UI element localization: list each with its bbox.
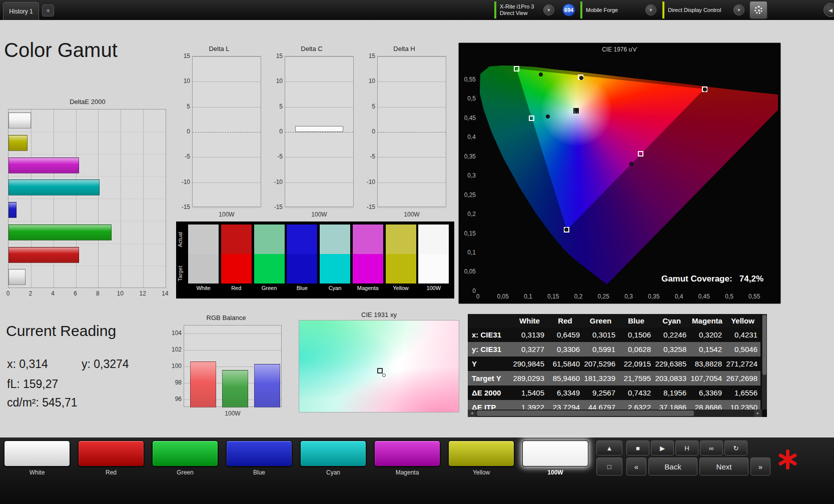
scrollbar-track[interactable] (476, 410, 754, 417)
source-name: Mobile Forge (586, 7, 618, 14)
play-button[interactable]: ▶ (651, 440, 674, 456)
patch-button-yellow[interactable]: Yellow (448, 440, 514, 476)
meter-dropdown-button[interactable]: ▼ (543, 4, 554, 16)
table-cell: 181,3239 (583, 374, 618, 382)
patch-button-red[interactable]: Red (78, 440, 144, 476)
calman-asterisk-logo (776, 448, 798, 470)
column-header: Green (583, 316, 618, 325)
page-up-button[interactable]: ▲ (596, 440, 622, 456)
y-tick-label: 104 (167, 330, 182, 336)
source-selector[interactable]: Mobile Forge (580, 2, 618, 18)
x-tick-label: 12 (139, 290, 146, 297)
back-chevron-button[interactable]: « (626, 458, 646, 476)
back-button[interactable]: Back (648, 458, 697, 476)
scrollbar-thumb[interactable] (477, 410, 694, 416)
column-header: Red (547, 316, 583, 325)
measured-marker-green (539, 72, 543, 76)
chart-title: CIE 1976 u'v' (459, 46, 780, 53)
tab-history-1[interactable]: History 1 (3, 2, 39, 20)
row-label: ΔE 2000 (468, 388, 512, 397)
layout-button[interactable]: □ (596, 458, 622, 476)
source-dropdown-button[interactable]: ▼ (645, 4, 656, 16)
swatch-cyan: Cyan (320, 224, 350, 291)
target-swatch (221, 254, 252, 284)
table-cell: 0,6459 (547, 330, 583, 339)
patch-color-face (448, 440, 514, 466)
meter-count-badge: 694 (562, 4, 575, 16)
gridline (378, 132, 446, 132)
target-swatch (386, 254, 416, 284)
patch-button-blue[interactable]: Blue (226, 440, 292, 476)
gridline (285, 107, 353, 108)
table-cell: 6,3369 (689, 388, 725, 397)
actual-row-label: Actual (177, 224, 183, 254)
workflow-selector[interactable]: Direct Display Control (662, 2, 721, 18)
x-tick-label: 0,45 (698, 293, 710, 300)
y-tick-label: 5 (176, 103, 190, 110)
swatch-label: White (188, 285, 219, 291)
column-header: White (512, 316, 547, 325)
reading-cdm2: cd/m²: 545,71 (7, 396, 78, 410)
patch-button-cyan[interactable]: Cyan (300, 440, 366, 476)
bottom-control-bar: WhiteRedGreenBlueCyanMagentaYellow100W▲□… (0, 438, 834, 504)
continuous-read-button[interactable]: ∞ (700, 440, 723, 456)
bar-cyan (9, 180, 100, 196)
settings-button[interactable] (749, 1, 767, 19)
patch-color-face (374, 440, 440, 466)
y-tick-label: -15 (269, 204, 283, 210)
cie1976-plot (478, 56, 778, 291)
patch-button-green[interactable]: Green (152, 440, 218, 476)
y-tick-label: 15 (361, 52, 375, 60)
refresh-button[interactable]: ↻ (724, 440, 747, 456)
target-marker-green (514, 66, 519, 72)
target-marker (377, 368, 383, 374)
row-label: x: CIE31 (468, 330, 512, 339)
table-header-row: WhiteRedGreenBlueCyanMagentaYellow (468, 314, 760, 328)
collapse-panel-button[interactable]: ◀ (823, 3, 834, 17)
target-swatch (188, 254, 219, 284)
target-row-label: Target (177, 258, 183, 288)
meter-name: X-Rite i1Pro 3 (500, 4, 534, 10)
x-tick-label: 6 (74, 290, 77, 297)
patch-button-magenta[interactable]: Magenta (374, 440, 440, 476)
stop-button[interactable]: ■ (626, 440, 649, 456)
y-tick-label: 10 (269, 78, 283, 84)
x-tick-label: 8 (96, 290, 100, 297)
table-row: ΔE 20001,54056,33499,25670,74328,19566,3… (468, 386, 760, 400)
bar-100w (295, 126, 343, 132)
table-row: Y290,984561,5840207,529622,0915229,63858… (468, 356, 760, 371)
gridline (285, 182, 353, 183)
meter-selector[interactable]: X-Rite i1Pro 3 Direct View (494, 2, 534, 18)
scrollbar-thumb[interactable] (762, 315, 766, 375)
measured-marker (382, 374, 386, 377)
workflow-dropdown-button[interactable]: ▼ (733, 4, 744, 16)
add-tab-button[interactable]: + (42, 4, 54, 16)
table-cell: 0,3015 (583, 330, 618, 339)
pause-button[interactable]: H (675, 440, 698, 456)
row-label: Target Y (468, 374, 512, 382)
table-cell: 0,3258 (654, 345, 689, 354)
page-title: Color Gamut (4, 39, 118, 62)
scroll-right-arrow[interactable]: ► (754, 410, 762, 417)
patch-color-face (78, 440, 144, 466)
patch-button-white[interactable]: White (4, 440, 70, 476)
swatch-white: White (188, 224, 219, 291)
y-tick-label: 0,1 (459, 249, 476, 256)
x-tick-label: 0,55 (748, 293, 760, 300)
x-tick-label: 0,1 (524, 293, 532, 300)
horizontal-scrollbar[interactable]: ◄ ► (468, 410, 762, 417)
next-chevron-button[interactable]: » (750, 458, 770, 476)
patch-button-100w[interactable]: 100W (522, 440, 588, 476)
table-cell: 0,3139 (512, 330, 547, 339)
bar-row (9, 154, 166, 177)
table-cell: 290,9845 (512, 360, 547, 368)
y-tick-label: -15 (361, 204, 375, 210)
bar-100w (9, 269, 26, 285)
y-tick-label: 0 (459, 288, 476, 294)
gridline (378, 157, 446, 158)
scroll-left-arrow[interactable]: ◄ (468, 410, 476, 417)
vertical-scrollbar[interactable] (762, 314, 767, 410)
next-button[interactable]: Next (699, 458, 748, 476)
table-cell: 267,2698 (725, 374, 760, 382)
gridline (285, 208, 353, 208)
